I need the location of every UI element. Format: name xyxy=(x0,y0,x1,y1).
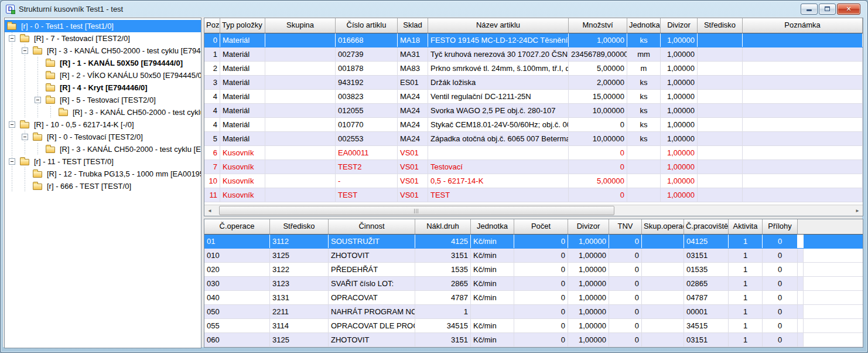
tree-item-label: [R] - 10 - 0,5 - 6217-14-K [-/0] xyxy=(32,120,136,129)
table-cell xyxy=(627,146,661,159)
tree-item[interactable]: [r] - 666 - TEST [TEST/0] xyxy=(5,180,201,192)
table-cell: 1,00000 xyxy=(568,263,609,276)
tree-item-label: [r] - 0 - Test1 - test [Test1/0] xyxy=(19,22,115,30)
tree-item[interactable]: [R] - 3 - KANÁL CH50-2000 - test cyklu [… xyxy=(5,106,201,118)
tree-collapse-icon[interactable] xyxy=(22,134,28,140)
column-header[interactable]: Činnost xyxy=(329,219,415,234)
column-header[interactable]: Číslo artiklu xyxy=(336,18,398,33)
column-header[interactable]: TNV xyxy=(609,219,642,234)
tree-item[interactable]: [R] - 7 - Testovací [TEST2/0] xyxy=(5,32,201,45)
table-cell: 4 xyxy=(204,90,220,103)
title-bar[interactable]: D Strukturní kusovník Test1 - test ✕ xyxy=(4,2,862,15)
table-cell: 001878 xyxy=(336,62,398,75)
table-cell: VS01 xyxy=(398,146,428,159)
table-cell: Západka otočná obj.č. 6065 007 Beterman xyxy=(428,132,569,145)
tree-collapse-icon[interactable] xyxy=(9,158,15,165)
table-cell xyxy=(698,33,743,47)
table-cell: 1,00000 xyxy=(568,333,609,347)
column-header[interactable]: Č.operace xyxy=(204,219,270,234)
tree-guide xyxy=(6,168,19,180)
scroll-left-arrow-icon[interactable]: ◄ xyxy=(204,205,215,216)
tree-item[interactable]: [R] - 10 - 0,5 - 6217-14-K [-/0] xyxy=(5,118,201,131)
column-header[interactable]: Poznámka xyxy=(743,18,863,33)
minimize-button[interactable] xyxy=(801,4,818,15)
table-row[interactable]: 0303123SVAŘIT číslo LOT:2865Kč/min01,000… xyxy=(204,277,863,291)
tree-collapse-icon[interactable] xyxy=(9,35,15,42)
scrollbar-thumb[interactable] xyxy=(219,206,614,215)
column-header[interactable]: Nákl.druh xyxy=(415,219,471,234)
table-row[interactable]: 0Materiál016668MA18FESTO 19145 MC-LD-12-… xyxy=(204,33,863,47)
folder-icon xyxy=(33,171,42,178)
column-header[interactable]: Množství xyxy=(569,18,627,33)
table-row[interactable]: 4Materiál010770MA24Stykač CEM18.01-24V-5… xyxy=(204,118,863,132)
table-row[interactable]: 013112SOUSTRUŽIT4125Kč/min01,00000004125… xyxy=(204,235,863,249)
table-cell xyxy=(798,277,804,290)
tree-item[interactable]: [R] - 4 - Kryt [E794446/0] xyxy=(5,82,201,94)
table-row[interactable]: 0603125ZHOTOVIT3151Kč/min01,000000031511… xyxy=(204,333,863,347)
table-row[interactable]: 0502211NAHRÁT PROGRAM NC (101,0000000000… xyxy=(204,305,863,319)
table-row[interactable]: 0553114OPRACOVAT DLE PROGR34515Kč/min01,… xyxy=(204,319,863,333)
scrollbar-track[interactable] xyxy=(215,205,852,216)
tree-item[interactable]: [r] - 11 - TEST [TEST/0] xyxy=(5,155,201,168)
tree-item[interactable]: [R] - 12 - Trubka PG13,5 - 1000 mm [EA00… xyxy=(5,168,201,180)
column-header[interactable]: Jednotka xyxy=(471,219,514,234)
table-row[interactable]: 11KusovníkTESTVS01TEST01,00000 xyxy=(204,188,863,202)
tree-item[interactable]: [r] - 0 - Test1 - test [Test1/0] xyxy=(5,20,201,32)
table-row[interactable]: 0103125ZHOTOVIT3151Kč/min01,000000031511… xyxy=(204,249,863,263)
table-row[interactable]: 2Materiál001878MA83Prkno smrkové tl. 24m… xyxy=(204,62,863,76)
column-header[interactable]: Středisko xyxy=(698,18,743,33)
scroll-right-arrow-icon[interactable]: ► xyxy=(852,205,863,216)
close-icon: ✕ xyxy=(838,4,860,14)
column-header[interactable]: Jednotka xyxy=(627,18,661,33)
table-row[interactable]: 3Materiál943192ES01Držák ložiska2,00000k… xyxy=(204,76,863,90)
column-header[interactable]: Skupina xyxy=(265,18,336,33)
table-cell: 1 xyxy=(729,305,763,318)
table-row[interactable]: 4Materiál012055MA24Svorka WAGO 2,5 PE ob… xyxy=(204,104,863,118)
table-row[interactable]: 0403131OPRACOVAT4787Kč/min01,00000004787… xyxy=(204,291,863,305)
column-header[interactable]: Přílohy xyxy=(763,219,798,234)
tree-collapse-icon[interactable] xyxy=(22,47,28,54)
tree-collapse-icon[interactable] xyxy=(9,121,15,128)
tree-item[interactable]: [R] - 3 - KANÁL CH50-2000 - test cyklu [… xyxy=(5,143,201,155)
tree-collapse-icon[interactable] xyxy=(35,97,41,103)
table-cell xyxy=(698,90,743,103)
tree-item-label: [r] - 11 - TEST [TEST/0] xyxy=(32,157,115,166)
tree-item[interactable]: [R] - 1 - KANÁL 50X50 [E794444/0] xyxy=(5,57,201,69)
table-cell: 1,00000 xyxy=(661,90,698,103)
column-header[interactable]: Počet xyxy=(514,219,568,234)
column-header[interactable]: Divizor xyxy=(568,219,609,234)
table-row[interactable]: 4Materiál003823MA24Ventil regulační DC-1… xyxy=(204,90,863,104)
column-header[interactable]: Název artiklu xyxy=(428,18,569,33)
table-row[interactable]: 0203122PŘEDEHŘÁT1535Kč/min01,00000001535… xyxy=(204,263,863,277)
column-header[interactable]: Aktivita xyxy=(729,219,763,234)
table-cell: 1,00000 xyxy=(661,174,698,188)
table-row[interactable]: 6KusovníkEA00011VS0101,00000 xyxy=(204,146,863,160)
horizontal-scrollbar[interactable]: ◄ ► xyxy=(204,205,863,216)
column-header[interactable]: Č.pracoviště xyxy=(684,219,729,234)
column-header[interactable]: Středisko xyxy=(270,219,329,234)
tree-item-label: [R] - 1 - KANÁL 50X50 [E794444/0] xyxy=(58,59,184,67)
column-header[interactable] xyxy=(798,219,804,234)
table-row[interactable]: 10Kusovník-VS010,5 - 6217-14-K5,000001,0… xyxy=(204,174,863,188)
table-cell xyxy=(798,333,804,347)
table-cell: 010 xyxy=(204,249,270,262)
column-header[interactable]: Typ položky xyxy=(220,18,265,33)
tree-item[interactable]: [R] - 0 - Testovací [TEST2/0] xyxy=(5,131,201,143)
maximize-button[interactable] xyxy=(819,4,836,15)
tree-guide xyxy=(6,180,19,192)
table-cell: 00001 xyxy=(684,305,729,318)
tree-item-label: [R] - 0 - Testovací [TEST2/0] xyxy=(45,133,145,141)
column-header[interactable]: Poz. xyxy=(204,18,220,33)
column-header[interactable]: Skup.operací xyxy=(642,219,684,234)
table-cell xyxy=(642,319,684,332)
tree-item[interactable]: [R] - 3 - KANÁL CH50-2000 - test cyklu [… xyxy=(5,45,201,57)
tree-item[interactable]: [R] - 5 - Testovací [TEST2/0] xyxy=(5,94,201,106)
column-header[interactable]: Divizor xyxy=(661,18,698,33)
close-button[interactable]: ✕ xyxy=(837,4,860,15)
column-header[interactable]: Sklad xyxy=(398,18,428,33)
table-row[interactable]: 5Materiál002553MA24Západka otočná obj.č.… xyxy=(204,132,863,146)
table-cell: Kč/min xyxy=(471,277,514,290)
table-row[interactable]: 1Materiál002739MA31Tyč kruhová nerezová … xyxy=(204,47,863,62)
tree-item[interactable]: [R] - 2 - VÍKO KANÁLU 50x50 [E794445/0] xyxy=(5,69,201,82)
table-row[interactable]: 7KusovníkTEST2VS01Testovací01,00000 xyxy=(204,160,863,174)
